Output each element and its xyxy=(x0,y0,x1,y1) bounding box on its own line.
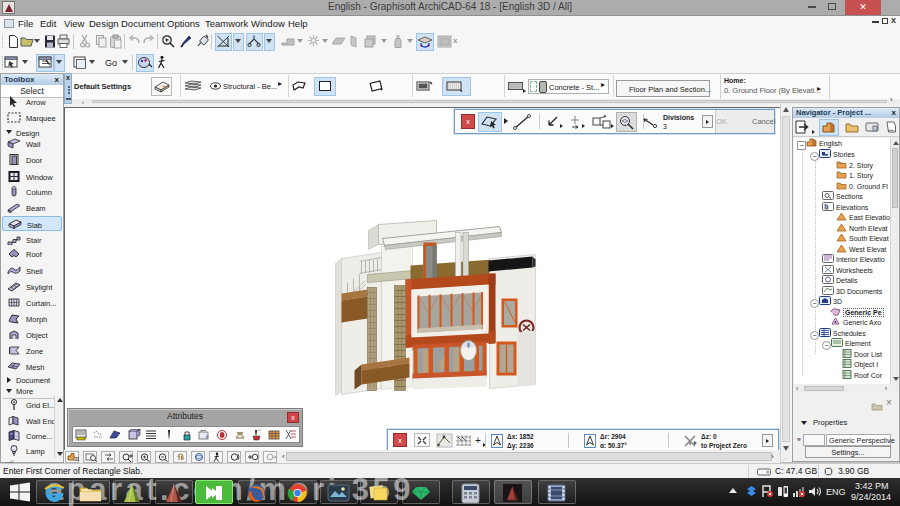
svg-text:3D: 3D xyxy=(74,456,79,462)
